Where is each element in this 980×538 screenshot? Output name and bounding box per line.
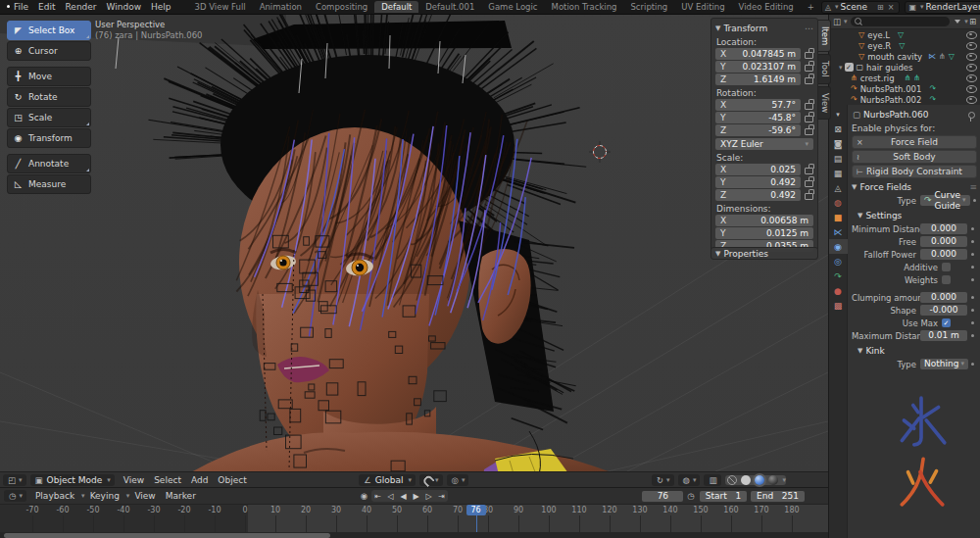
- additive-checkbox[interactable]: [942, 263, 951, 271]
- visibility-eye-icon[interactable]: [966, 74, 977, 82]
- kink-type-dropdown[interactable]: Nothing ▾: [920, 359, 968, 369]
- scale-z-field[interactable]: Z 0.492: [715, 189, 801, 201]
- editor-type-selector[interactable]: ◰ ▾: [3, 474, 26, 486]
- rotation-x-field[interactable]: X 57.7°: [715, 99, 801, 111]
- menu-render[interactable]: Render: [61, 2, 102, 12]
- rotation-z-field[interactable]: Z -59.6°: [715, 124, 801, 136]
- tool-rotate[interactable]: ↻ Rotate: [7, 87, 91, 107]
- menu-object[interactable]: Object: [213, 475, 251, 485]
- timeline-ruler[interactable]: -70-60-50-40-30-20-100102030405060708090…: [0, 505, 828, 532]
- tab-view[interactable]: View: [818, 86, 831, 120]
- rotation-mode-dropdown[interactable]: XYZ Euler ▾: [715, 138, 813, 150]
- kink-panel-header[interactable]: ▼ Kink: [852, 344, 977, 358]
- animate-dot[interactable]: [967, 253, 977, 256]
- view-layer-tab[interactable]: ▦: [829, 166, 848, 180]
- current-frame-badge[interactable]: 76: [466, 505, 486, 515]
- outliner-row-nurbspath-002[interactable]: ↷ NurbsPath.002 ↷: [829, 94, 980, 105]
- overlays-dropdown[interactable]: ◍ ▾: [678, 474, 701, 486]
- search-input[interactable]: [851, 17, 951, 26]
- tab-animation[interactable]: Animation: [253, 1, 309, 13]
- tab-compositing[interactable]: Compositing: [309, 1, 374, 13]
- menu-view[interactable]: View: [119, 475, 149, 485]
- physics-tab[interactable]: ◉: [829, 239, 848, 254]
- solid-shading-button[interactable]: [741, 475, 751, 485]
- previous-keyframe-button[interactable]: ◁: [384, 492, 397, 501]
- animate-dot[interactable]: [967, 278, 977, 281]
- tab-default[interactable]: Default: [374, 1, 418, 13]
- snap-toggle[interactable]: ▾: [419, 474, 443, 486]
- shape-field[interactable]: -0.000: [920, 305, 967, 316]
- tool-measure[interactable]: ◺ Measure: [7, 174, 91, 194]
- material-shading-button[interactable]: [755, 475, 764, 485]
- output-tab[interactable]: ▤: [829, 151, 848, 166]
- tool-annotate[interactable]: ╱ Annotate: [7, 154, 91, 173]
- force-field-button[interactable]: × Force Field: [852, 135, 977, 149]
- tab-default-001[interactable]: Default.001: [418, 1, 481, 13]
- rendered-shading-button[interactable]: [768, 475, 778, 485]
- lock-icon[interactable]: [805, 103, 813, 110]
- animate-dot[interactable]: [967, 334, 977, 337]
- force-field-type-dropdown[interactable]: ↷ Curve Guide ▾: [920, 195, 970, 206]
- play-button[interactable]: ▶: [410, 492, 422, 501]
- lock-icon[interactable]: [805, 193, 813, 200]
- auto-keyframe-record-button[interactable]: ◉: [361, 491, 368, 501]
- clumping-amount-field[interactable]: 0.000: [920, 292, 967, 303]
- tool-select-box[interactable]: ◤ Select Box: [7, 21, 91, 40]
- tool-cursor[interactable]: ⊕ Cursor: [7, 41, 91, 61]
- menu-file[interactable]: File: [9, 2, 33, 12]
- outliner-row-eye-r[interactable]: ▽ eye.R ▽: [829, 40, 980, 51]
- next-keyframe-button[interactable]: ▷: [422, 492, 435, 501]
- modifiers-tab[interactable]: ⋉: [829, 224, 848, 239]
- properties-subpanel-header[interactable]: ▼ Properties: [710, 247, 818, 260]
- timeline-scrollbar[interactable]: [4, 533, 330, 538]
- new-scene-icon[interactable]: ⊞: [875, 3, 886, 12]
- display-mode-icon[interactable]: ◫: [833, 17, 841, 26]
- soft-body-button[interactable]: ≀ Soft Body: [852, 150, 977, 164]
- scene-tab[interactable]: ◬: [829, 180, 848, 195]
- menu-view[interactable]: View: [129, 491, 160, 501]
- outliner-row-nurbspath-001[interactable]: ↷ NurbsPath.001 ↷: [829, 83, 980, 94]
- panel-menu-icon[interactable]: ⋯: [805, 24, 813, 33]
- scene-selector[interactable]: ◬ ▾ Scene ⊞ ×: [821, 1, 901, 14]
- render-tab[interactable]: ◙: [829, 136, 848, 151]
- outliner-row-mouth-cavity[interactable]: ▽ mouth cavity ⋉ ⋔ ▽: [829, 51, 980, 62]
- lock-icon[interactable]: [805, 77, 813, 84]
- timeline-scrollbar-track[interactable]: [0, 532, 828, 538]
- menu-window[interactable]: Window: [102, 2, 147, 12]
- object-data-tab[interactable]: ↷: [829, 269, 848, 283]
- menu-keying[interactable]: Keying: [85, 491, 124, 501]
- lock-icon[interactable]: [805, 65, 813, 72]
- animate-dot[interactable]: [967, 240, 977, 243]
- animate-dot[interactable]: [967, 266, 977, 269]
- dimensions-y-field[interactable]: Y 0.0125 m: [715, 227, 813, 239]
- pin-icon[interactable]: [968, 112, 975, 119]
- tool-tab[interactable]: ⊠: [829, 122, 848, 136]
- tab-video-editing[interactable]: Video Editing: [732, 1, 801, 13]
- free-field[interactable]: 0.000: [920, 236, 967, 247]
- lock-icon[interactable]: [805, 180, 813, 187]
- jump-to-start-button[interactable]: ⇤: [371, 492, 384, 501]
- wireframe-shading-button[interactable]: [727, 475, 737, 485]
- visibility-eye-icon[interactable]: [966, 42, 977, 50]
- object-tab[interactable]: ■: [829, 210, 848, 224]
- xray-toggle[interactable]: ▥: [704, 474, 721, 486]
- world-tab[interactable]: ◍: [829, 195, 848, 210]
- use-max-checkbox[interactable]: [942, 318, 951, 327]
- menu-select[interactable]: Select: [149, 475, 186, 485]
- constraints-tab[interactable]: ◎: [829, 254, 848, 269]
- transform-orientation-dropdown[interactable]: ∠ Global ▾: [359, 474, 416, 486]
- mode-selector[interactable]: ▣ Object Mode ▾: [30, 474, 115, 486]
- editor-type-icon[interactable]: ▾: [829, 107, 848, 122]
- collection-checkbox[interactable]: [845, 63, 854, 72]
- jump-to-end-button[interactable]: ⇥: [435, 492, 448, 501]
- tab-game-logic[interactable]: Game Logic: [481, 1, 544, 13]
- animate-dot[interactable]: [967, 296, 977, 299]
- location-x-field[interactable]: X 0.047845 m: [715, 48, 801, 60]
- editor-type-selector[interactable]: ◷ ▾: [4, 490, 26, 502]
- start-frame-field[interactable]: Start 1: [700, 491, 747, 502]
- lock-icon[interactable]: [805, 168, 813, 174]
- animate-dot[interactable]: [967, 309, 977, 312]
- rigid-body-constraint-button[interactable]: ⊢ Rigid Body Constraint: [852, 165, 977, 178]
- tab-item[interactable]: Item: [818, 20, 831, 52]
- scale-x-field[interactable]: X 0.025: [715, 164, 801, 175]
